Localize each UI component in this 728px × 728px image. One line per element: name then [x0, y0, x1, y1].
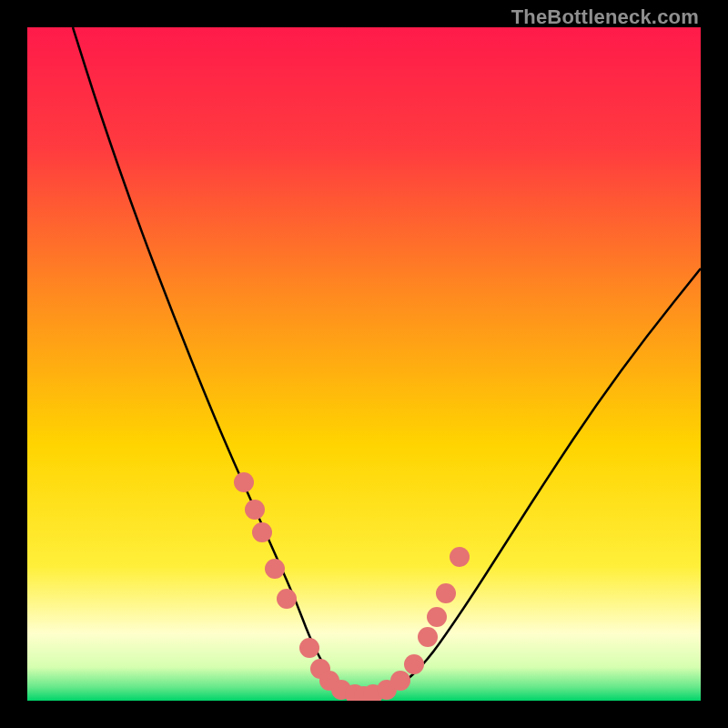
- watermark-text: TheBottleneck.com: [511, 5, 699, 29]
- highlight-dot: [277, 589, 297, 609]
- highlight-dot: [265, 559, 285, 579]
- highlight-dot: [252, 522, 272, 542]
- highlight-dot: [234, 472, 254, 492]
- highlight-dots: [234, 472, 470, 701]
- highlight-dot: [404, 654, 424, 674]
- curve-path: [73, 27, 701, 695]
- highlight-dot: [245, 500, 265, 520]
- bottleneck-curve: [27, 27, 701, 701]
- plot-area: [27, 27, 701, 701]
- highlight-dot: [390, 671, 410, 691]
- highlight-dot: [418, 627, 438, 647]
- highlight-dot: [427, 607, 447, 627]
- highlight-dot: [299, 638, 319, 658]
- chart-frame: TheBottleneck.com: [0, 0, 728, 728]
- highlight-dot: [436, 583, 456, 603]
- highlight-dot: [450, 547, 470, 567]
